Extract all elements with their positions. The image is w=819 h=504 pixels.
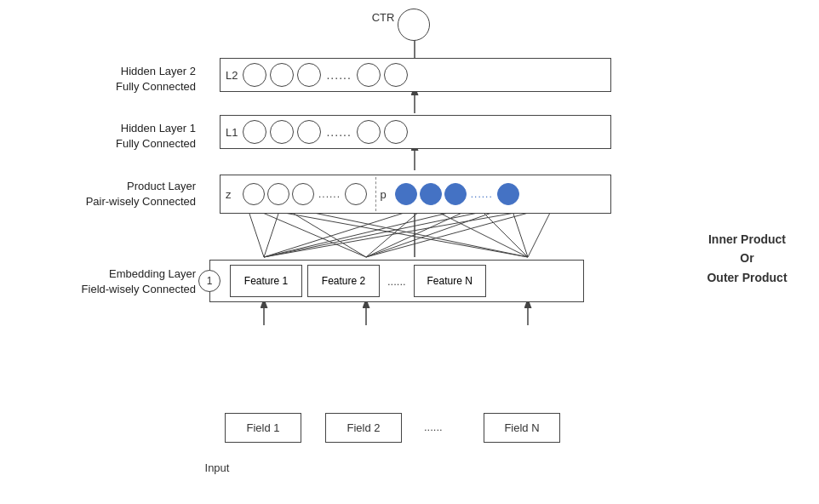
svg-line-10 [264, 206, 511, 257]
svg-line-19 [281, 206, 528, 257]
l2-label: L2 [220, 69, 238, 82]
svg-line-9 [264, 206, 477, 257]
svg-line-21 [477, 206, 528, 257]
l1-label: L1 [220, 126, 238, 139]
svg-line-16 [366, 206, 511, 257]
ctr-label: CTR [366, 10, 400, 26]
z-label: z [220, 188, 238, 201]
z-circle-2 [267, 183, 289, 205]
svg-line-8 [264, 206, 426, 257]
p-label: p [381, 188, 390, 201]
z-circle-1 [243, 183, 265, 205]
field-dots: ...... [424, 421, 443, 433]
p-dots: ...... [469, 188, 495, 200]
l1-dots: ...... [324, 125, 352, 139]
svg-line-14 [366, 206, 426, 257]
l1-circle-2 [270, 120, 294, 144]
p-circle-2 [420, 183, 442, 205]
l2-circle-4 [357, 63, 381, 87]
svg-line-20 [426, 206, 528, 257]
embedding-label: Embedding LayerField-wisely Connected [9, 266, 196, 297]
svg-line-23 [528, 206, 553, 257]
field-2-box: Field 2 [325, 413, 402, 443]
l1-circles: ...... [238, 120, 412, 144]
svg-line-7 [264, 206, 281, 257]
l2-circle-3 [297, 63, 321, 87]
p-circle-1 [395, 183, 417, 205]
embedding-box: f Feature 1 Feature 2 ...... Feature N [209, 260, 584, 302]
l2-box: L2 ...... [220, 58, 611, 92]
feature-1-box: Feature 1 [230, 265, 302, 297]
ctr-circle [398, 9, 430, 41]
z-circle-3 [292, 183, 314, 205]
field-n-box: Field N [484, 413, 560, 443]
p-circle-4 [497, 183, 519, 205]
product-p-circles: ...... [390, 183, 524, 205]
l1-circle-3 [297, 120, 321, 144]
l2-circles: ...... [238, 63, 412, 87]
inner-product-label: Inner ProductOrOuter Product [681, 230, 813, 287]
input-label: Input [196, 461, 238, 474]
svg-line-18 [247, 206, 528, 257]
p-circle-3 [444, 183, 467, 205]
product-z-circles: ...... [238, 183, 372, 205]
svg-line-13 [281, 206, 366, 257]
svg-line-17 [366, 206, 553, 257]
l2-circle-5 [384, 63, 408, 87]
l1-box: L1 ...... [220, 115, 611, 149]
svg-line-15 [366, 206, 477, 257]
product-label: Product LayerPair-wisely Connected [9, 179, 196, 209]
field-1-box: Field 1 [225, 413, 301, 443]
feature-2-box: Feature 2 [307, 265, 380, 297]
product-box: z ...... p ...... [220, 175, 611, 214]
l2-circle-1 [243, 63, 266, 87]
feature-dots: ...... [382, 275, 411, 288]
l2-circle-2 [270, 63, 294, 87]
hidden2-label: Hidden Layer 2Fully Connected [9, 64, 196, 94]
z-circle-4 [345, 183, 367, 205]
diagram: CTR L2 ...... Hidden Layer 2Fully Connec… [0, 0, 819, 504]
svg-line-12 [247, 206, 366, 257]
feature-n-box: Feature N [414, 265, 486, 297]
z-dots: ...... [317, 188, 342, 200]
product-divider [375, 177, 377, 211]
l1-circle-5 [384, 120, 408, 144]
hidden1-label: Hidden Layer 1Fully Connected [9, 121, 196, 152]
svg-line-11 [264, 206, 553, 257]
l1-circle-4 [357, 120, 381, 144]
l2-dots: ...... [324, 68, 352, 82]
l1-circle-1 [243, 120, 266, 144]
svg-line-22 [511, 206, 528, 257]
svg-line-6 [247, 206, 264, 257]
embedding-circle-1: 1 [198, 270, 220, 292]
